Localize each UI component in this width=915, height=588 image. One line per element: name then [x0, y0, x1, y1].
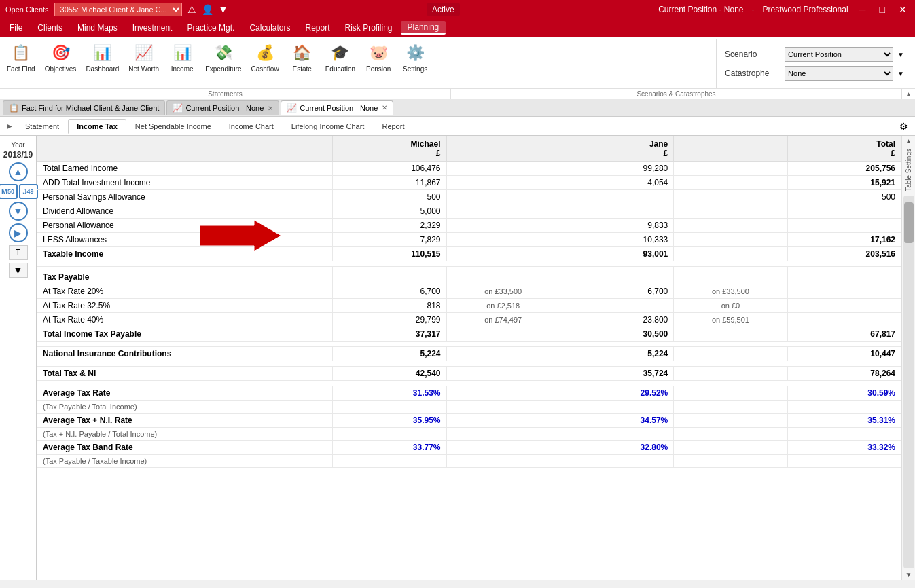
- michael-value: 29,799: [333, 313, 446, 327]
- row-label: (Tax + N.I. Payable / Total Income): [37, 428, 333, 441]
- ribbon-btn-dashboard[interactable]: 📊 Dashboard: [82, 39, 123, 88]
- menu-practice[interactable]: Practice Mgt.: [180, 22, 241, 34]
- michael-button[interactable]: M 50: [0, 184, 18, 199]
- table-row: Total Tax & NI 42,540 35,724 78,264: [37, 367, 901, 381]
- scroll-up-button[interactable]: ▲: [904, 136, 914, 146]
- tab-net-spendable[interactable]: Net Spendable Income: [126, 119, 220, 133]
- year-up-button[interactable]: ▲: [9, 162, 28, 181]
- ribbon-btn-settings[interactable]: ⚙️ Settings: [397, 39, 433, 88]
- menu-file[interactable]: File: [3, 22, 29, 34]
- client-select[interactable]: 3055: Michael Client & Jane C...: [54, 3, 182, 16]
- jane-mid: [674, 176, 787, 190]
- currentpos1-tab-close[interactable]: ✕: [268, 105, 273, 112]
- ribbon-btn-networth[interactable]: 📈 Net Worth: [124, 39, 163, 88]
- minimize-button[interactable]: ─: [857, 4, 869, 15]
- table-row: National Insurance Contributions 5,224 5…: [37, 347, 901, 361]
- toolbar-icon-menu: ▼: [219, 4, 228, 15]
- year-value: 2018/19: [3, 150, 33, 160]
- menu-calculators[interactable]: Calculators: [243, 22, 297, 34]
- table-row: (Tax Payable / Taxable Income): [37, 455, 901, 468]
- michael-mid: on £2,518: [446, 299, 560, 313]
- row-label: Total Tax & NI: [37, 367, 333, 381]
- ribbon-btn-income[interactable]: 📊 Income: [164, 39, 200, 88]
- jane-value: 93,001: [560, 247, 673, 261]
- pension-icon: 🐷: [367, 42, 389, 64]
- estate-icon: 🏠: [291, 42, 313, 64]
- menu-mindmaps[interactable]: Mind Maps: [71, 22, 124, 34]
- michael-value: [333, 267, 446, 284]
- table-settings-icon[interactable]: ⚙: [895, 120, 912, 133]
- ribbon-btn-education[interactable]: 🎓 Education: [321, 39, 359, 88]
- year-down-button[interactable]: ▼: [9, 202, 28, 221]
- menu-planning[interactable]: Planning: [401, 21, 446, 35]
- spacer-row: [37, 261, 901, 267]
- michael-mid: on £33,500: [446, 284, 560, 299]
- currentpos2-tab-close[interactable]: ✕: [382, 104, 387, 111]
- tab-statement[interactable]: Statement: [16, 119, 68, 133]
- scrollbar-track[interactable]: [903, 196, 914, 568]
- menu-investment[interactable]: Investment: [126, 22, 179, 34]
- jane-mid: [674, 247, 787, 261]
- table-row: LESS Allowances 7,829 10,333 17,162: [37, 233, 901, 247]
- michael-value: 818: [333, 299, 446, 313]
- total-value: 205,756: [787, 162, 901, 176]
- t-button[interactable]: T: [9, 245, 28, 260]
- jane-mid: [674, 414, 787, 428]
- catastrophe-select[interactable]: None: [785, 66, 893, 81]
- doc-tab-currentpos1[interactable]: 📈 Current Position - None ✕: [166, 100, 279, 115]
- expand-icon[interactable]: ▶: [3, 121, 16, 131]
- jane-mid: [674, 233, 787, 247]
- tab-income-tax[interactable]: Income Tax: [68, 119, 126, 134]
- michael-mid: [446, 267, 560, 284]
- scenario-label: Scenario: [725, 50, 779, 59]
- table-row: Total Earned Income 106,476 99,280 205,7…: [37, 162, 901, 176]
- jane-value: 35,724: [560, 367, 673, 381]
- tab-lifelong-chart[interactable]: Lifelong Income Chart: [283, 119, 374, 133]
- ribbon-btn-expenditure[interactable]: 💸 Expenditure: [201, 39, 245, 88]
- michael-value: [333, 428, 446, 441]
- ribbon-btn-objectives[interactable]: 🎯 Objectives: [41, 39, 81, 88]
- ribbon-collapse-btn[interactable]: ▲: [901, 89, 915, 99]
- jane-value: 30,500: [560, 327, 673, 342]
- jane-value: 29.52%: [560, 386, 673, 401]
- jane-mid: [674, 401, 787, 414]
- doc-tab-currentpos2[interactable]: 📈 Current Position - None ✕: [281, 100, 393, 115]
- table-row: Total Income Tax Payable 37,317 30,500 6…: [37, 327, 901, 342]
- row-label: Average Tax Rate: [37, 386, 333, 401]
- ribbon-right-panel: Scenario Current Position None ▼ Catastr…: [716, 39, 912, 88]
- scroll-down-button[interactable]: ▼: [904, 570, 914, 580]
- jane-value: 23,800: [560, 313, 673, 327]
- play-button[interactable]: ▶: [9, 223, 28, 242]
- jane-value: 6,700: [560, 284, 673, 299]
- ribbon-btn-factfind[interactable]: 📋 Fact Find: [3, 39, 39, 88]
- col-jane-header: Jane £: [560, 136, 673, 162]
- networth-label: Net Worth: [128, 65, 159, 73]
- jane-value: [560, 428, 673, 441]
- menu-clients[interactable]: Clients: [31, 22, 69, 34]
- ribbon-section-label-statements: Statements: [0, 89, 451, 99]
- maximize-button[interactable]: □: [877, 4, 888, 15]
- col-mid-michael: [446, 136, 560, 162]
- menu-risk[interactable]: Risk Profiling: [338, 22, 399, 34]
- row-label: Personal Savings Allowance: [37, 190, 333, 204]
- ribbon-btn-pension[interactable]: 🐷 Pension: [361, 39, 396, 88]
- close-button[interactable]: ✕: [896, 4, 910, 15]
- total-value: 78,264: [787, 367, 901, 381]
- jane-mid: [674, 219, 787, 233]
- jane-button[interactable]: J 49: [19, 184, 38, 199]
- tab-report[interactable]: Report: [373, 119, 413, 133]
- michael-header-label: Michael: [338, 139, 440, 149]
- jane-value: 10,333: [560, 233, 673, 247]
- table-settings-label[interactable]: Table Settings: [903, 146, 914, 194]
- ribbon-btn-estate[interactable]: 🏠 Estate: [285, 39, 320, 88]
- total-value: 17,162: [787, 233, 901, 247]
- michael-value: 35.95%: [333, 414, 446, 428]
- total-value: [787, 284, 901, 299]
- filter-button[interactable]: ▼: [9, 263, 28, 278]
- tab-income-chart[interactable]: Income Chart: [220, 119, 283, 133]
- menu-report[interactable]: Report: [298, 22, 336, 34]
- ribbon-btn-cashflow[interactable]: 💰 Cashflow: [247, 39, 283, 88]
- michael-mid: [446, 455, 560, 468]
- doc-tab-factfind[interactable]: 📋 Fact Find for Michael Client & Jane Cl…: [3, 100, 165, 115]
- scenario-select[interactable]: Current Position None: [785, 47, 893, 62]
